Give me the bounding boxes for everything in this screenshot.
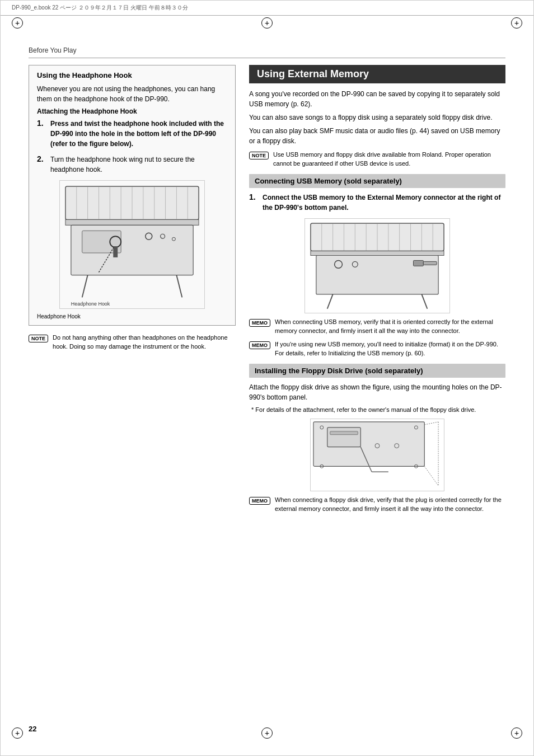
- step-2: 2. Turn the headphone hook wing nut to s…: [37, 154, 227, 175]
- svg-rect-46: [330, 431, 358, 435]
- svg-line-43: [421, 294, 427, 309]
- right-column: Using External Memory A song you've reco…: [249, 65, 505, 518]
- svg-text:Headphone Hook: Headphone Hook: [71, 301, 110, 307]
- svg-line-56: [424, 466, 438, 486]
- corner-mark-br: [511, 727, 522, 739]
- usb-piano-svg: [305, 219, 449, 313]
- corner-mark-bl: [12, 727, 23, 739]
- usb-memo-2-label: MEMO: [249, 341, 270, 349]
- svg-rect-16: [113, 246, 118, 257]
- attach-heading: Attaching the Headphone Hook: [37, 107, 227, 115]
- step-2-text: Turn the headphone hook wing nut to secu…: [50, 154, 227, 175]
- usb-section-header: Connecting USB Memory (sold separately): [249, 174, 505, 188]
- svg-line-21: [176, 275, 182, 298]
- step-2-num: 2.: [37, 154, 46, 163]
- left-note-label: NOTE: [29, 335, 48, 342]
- right-para3: You can also play back SMF music data or…: [249, 126, 505, 146]
- floppy-note-star: * For details of the attachment, refer t…: [251, 406, 505, 414]
- ext-memory-title: Using External Memory: [249, 65, 505, 83]
- floppy-memo: MEMO When connecting a floppy disk drive…: [249, 496, 505, 514]
- svg-rect-1: [65, 219, 199, 225]
- svg-line-20: [82, 275, 88, 298]
- usb-memo-1: MEMO When connecting USB memory, verify …: [249, 318, 505, 336]
- usb-memo-1-text: When connecting USB memory, verify that …: [275, 318, 505, 336]
- floppy-svg: [311, 419, 444, 491]
- usb-memo-2-text: If you're using new USB memory, you'll n…: [275, 340, 505, 358]
- headphone-hook-box: Using the Headphone Hook Whenever you ar…: [29, 65, 236, 326]
- corner-mark-bc: [261, 727, 273, 739]
- filepath-text: DP-990_e.book 22 ページ ２０９年２月１７日 火曜日 午前８時３…: [12, 4, 188, 12]
- headphone-piano-svg: Headphone Hook: [60, 181, 204, 308]
- usb-piano-image-area: [305, 218, 450, 313]
- left-note-text: Do not hang anything other than headphon…: [53, 334, 236, 351]
- corner-mark-tl: [12, 17, 23, 29]
- svg-rect-25: [311, 251, 444, 255]
- top-bar: DP-990_e.book 22 ページ ２０９年２月１７日 火曜日 午前８時３…: [1, 1, 533, 16]
- usb-step-1-text: Connect the USB memory to the External M…: [263, 192, 505, 213]
- svg-line-42: [327, 294, 333, 309]
- svg-line-55: [424, 422, 438, 425]
- section-heading: Before You Play: [29, 46, 505, 58]
- page: DP-990_e.book 22 ページ ２０９年２月１７日 火曜日 午前８時３…: [0, 0, 534, 756]
- left-column: Using the Headphone Hook Whenever you ar…: [29, 65, 236, 518]
- step-1-text: Press and twist the headphone hook inclu…: [50, 119, 227, 149]
- floppy-intro: Attach the floppy disk drive as shown th…: [249, 382, 505, 402]
- floppy-memo-label: MEMO: [249, 497, 270, 505]
- img-caption-headphone: Headphone Hook: [37, 313, 227, 320]
- usb-memo-2: MEMO If you're using new USB memory, you…: [249, 340, 505, 358]
- floppy-image-area: [310, 419, 444, 491]
- floppy-note-star-text: For details of the attachment, refer to …: [255, 406, 476, 413]
- right-note-text: Use USB memory and floppy disk drive ava…: [273, 151, 505, 168]
- headphone-hook-intro: Whenever you are not using the headphone…: [37, 84, 227, 104]
- svg-rect-45: [327, 428, 360, 447]
- right-para2: You can also save songs to a floppy disk…: [249, 112, 505, 123]
- right-note-label: NOTE: [249, 152, 269, 159]
- svg-rect-39: [423, 261, 437, 265]
- corner-mark-tc: [261, 17, 273, 29]
- headphone-hook-title: Using the Headphone Hook: [37, 71, 227, 79]
- floppy-section-header: Installing the Floppy Disk Drive (sold s…: [249, 364, 505, 378]
- page-number: 22: [29, 725, 36, 733]
- usb-memo-1-label: MEMO: [249, 319, 270, 327]
- usb-step-1-num: 1.: [249, 192, 258, 201]
- floppy-memo-text: When connecting a floppy disk drive, ver…: [275, 496, 505, 514]
- right-para1: A song you've recorded on the DP-990 can…: [249, 89, 505, 109]
- headphone-image-area: Headphone Hook: [59, 180, 205, 309]
- step-1: 1. Press and twist the headphone hook in…: [37, 119, 227, 149]
- svg-rect-38: [413, 260, 423, 266]
- step-1-num: 1.: [37, 119, 46, 128]
- usb-step-1: 1. Connect the USB memory to the Externa…: [249, 192, 505, 213]
- right-note-box: NOTE Use USB memory and floppy disk driv…: [249, 151, 505, 168]
- page-content: Before You Play Using the Headphone Hook…: [1, 16, 533, 552]
- two-col-layout: Using the Headphone Hook Whenever you ar…: [29, 65, 505, 518]
- left-note-box: NOTE Do not hang anything other than hea…: [29, 334, 236, 351]
- corner-mark-tr: [511, 17, 522, 29]
